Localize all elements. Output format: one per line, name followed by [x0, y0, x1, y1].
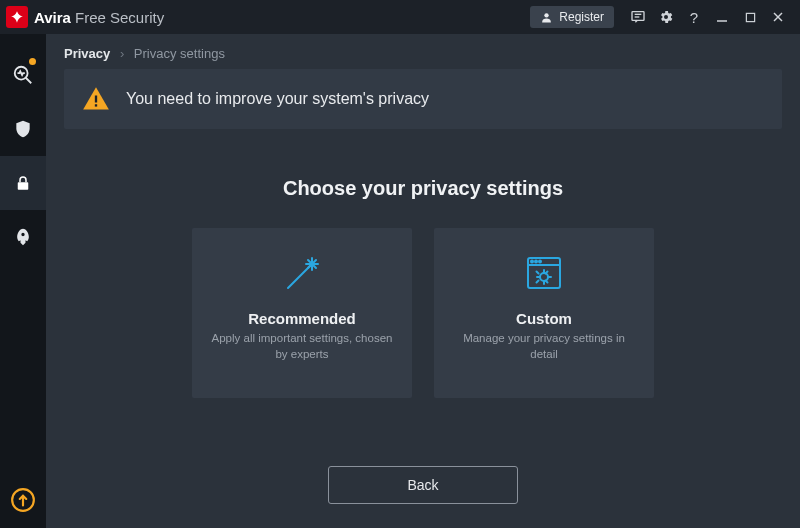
- page-heading: Choose your privacy settings: [46, 177, 800, 200]
- help-icon[interactable]: ?: [682, 5, 706, 29]
- sidebar-item-privacy[interactable]: [0, 156, 46, 210]
- card-recommended[interactable]: Recommended Apply all important settings…: [192, 228, 412, 398]
- svg-rect-12: [95, 96, 97, 103]
- sidebar-item-security[interactable]: [0, 102, 46, 156]
- brand-name: Avira: [34, 9, 71, 26]
- avira-logo-icon: [6, 6, 28, 28]
- shield-icon: [13, 119, 33, 139]
- user-icon: [540, 11, 553, 24]
- product-name: Free Security: [75, 9, 164, 26]
- alert-message: You need to improve your system's privac…: [126, 90, 429, 108]
- maximize-button[interactable]: [738, 5, 762, 29]
- magnifier-pulse-icon: [12, 64, 34, 86]
- card-custom-title: Custom: [516, 310, 572, 327]
- svg-line-9: [26, 78, 32, 84]
- main-content: Privacy › Privacy settings You need to i…: [46, 34, 800, 528]
- svg-point-21: [531, 261, 533, 263]
- register-label: Register: [559, 10, 604, 24]
- lock-icon: [14, 174, 32, 192]
- svg-point-0: [545, 13, 549, 17]
- close-button[interactable]: [766, 5, 790, 29]
- breadcrumb-leaf: Privacy settings: [134, 46, 225, 61]
- sidebar-item-upgrade[interactable]: [5, 482, 41, 518]
- rocket-icon: [13, 227, 33, 247]
- magic-wand-icon: [278, 250, 326, 298]
- feedback-icon[interactable]: [626, 5, 650, 29]
- notification-dot-icon: [29, 58, 36, 65]
- titlebar: Avira Free Security Register ?: [0, 0, 800, 34]
- svg-rect-1: [632, 12, 644, 21]
- svg-point-22: [535, 261, 537, 263]
- settings-icon[interactable]: [654, 5, 678, 29]
- sidebar-item-status[interactable]: [0, 48, 46, 102]
- register-button[interactable]: Register: [530, 6, 614, 28]
- card-recommended-title: Recommended: [248, 310, 356, 327]
- upgrade-icon: [10, 487, 36, 513]
- card-custom[interactable]: Custom Manage your privacy settings in d…: [434, 228, 654, 398]
- browser-gear-icon: [520, 250, 568, 298]
- svg-point-24: [540, 273, 548, 281]
- minimize-button[interactable]: [710, 5, 734, 29]
- back-label: Back: [407, 477, 438, 493]
- option-cards: Recommended Apply all important settings…: [46, 228, 800, 398]
- breadcrumb-root[interactable]: Privacy: [64, 46, 110, 61]
- svg-point-23: [539, 261, 541, 263]
- back-button[interactable]: Back: [328, 466, 518, 504]
- sidebar-item-performance[interactable]: [0, 210, 46, 264]
- warning-icon: [82, 85, 110, 113]
- card-recommended-desc: Apply all important settings, chosen by …: [206, 331, 398, 362]
- sidebar: [0, 34, 46, 528]
- svg-rect-5: [746, 13, 754, 21]
- breadcrumb: Privacy › Privacy settings: [46, 34, 800, 69]
- privacy-alert: You need to improve your system's privac…: [64, 69, 782, 129]
- svg-rect-10: [18, 182, 29, 190]
- svg-rect-13: [95, 104, 97, 106]
- card-custom-desc: Manage your privacy settings in detail: [448, 331, 640, 362]
- chevron-right-icon: ›: [120, 46, 124, 61]
